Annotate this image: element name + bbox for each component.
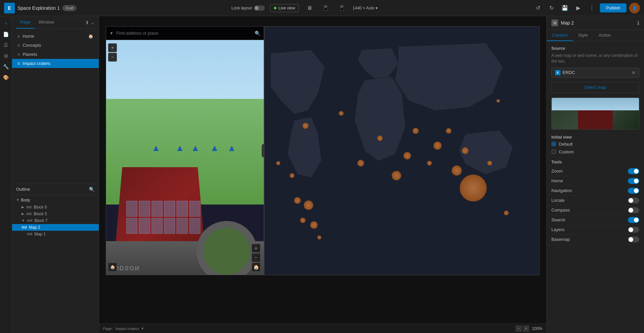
map-thumbnail[interactable] <box>551 98 639 130</box>
page-chevron-icon: ▾ <box>141 326 143 331</box>
page-item-impact-craters[interactable]: ≡ Impact craters <box>12 59 99 68</box>
map-controls-bottom-right: ＋ － 🏠 <box>252 244 260 271</box>
save-button[interactable]: 💾 <box>559 3 570 13</box>
sidebar-icon-add[interactable]: ＋ <box>1 19 11 28</box>
outline-search-icon[interactable]: 🔍 <box>89 187 95 192</box>
tool-toggle-locate[interactable] <box>628 197 639 204</box>
sidebar-icon-pages[interactable]: 📄 <box>1 30 11 39</box>
page-item-home[interactable]: ≡ Home 🏠 <box>12 32 99 41</box>
window-pane <box>139 201 150 217</box>
tab-window[interactable]: Window <box>34 16 58 29</box>
map-zoom-out-button[interactable]: － <box>108 53 117 62</box>
map-widget-icon: ⊞ <box>551 20 558 26</box>
map-home-button[interactable]: 🏠 <box>108 263 117 271</box>
select-map-button[interactable]: Select map <box>551 82 639 93</box>
page-items: ≡ Home 🏠 ≡ Concepts ≡ Planets ≡ Impact c… <box>12 29 99 184</box>
search-magnify-icon[interactable]: 🔍 <box>255 31 260 36</box>
live-view-label: Live view <box>279 6 295 10</box>
sidebar-icon-tools[interactable]: 🔧 <box>1 62 11 71</box>
map-home2-button[interactable]: 🏠 <box>252 263 260 271</box>
tool-toggle-basemap[interactable] <box>628 236 639 243</box>
bottom-bar: Page: Impact craters ▾ － ＋ 100% <box>99 324 546 333</box>
tab-style[interactable]: Style <box>573 30 593 41</box>
panel-chevron-icon[interactable]: ⌄ <box>91 20 95 25</box>
tool-toggle-home[interactable] <box>628 178 639 184</box>
outline-block5-label: Block 5 <box>34 212 47 216</box>
right-panel-info-icon[interactable]: ℹ <box>637 20 639 26</box>
map-zoom-plus-button[interactable]: ＋ <box>252 244 260 253</box>
canvas-area[interactable]: ▼ 🔍 <box>99 16 546 333</box>
map-left[interactable]: ▼ 🔍 <box>106 26 264 275</box>
sidebar-icon-data[interactable]: ⊞ <box>1 51 11 61</box>
topbar-center: Lock layout Live view 🖥 📱 📱 1440 × Auto … <box>79 3 530 13</box>
tool-row-locate: Locate <box>551 196 639 206</box>
publish-button[interactable]: Publish <box>600 3 626 12</box>
mobile-view-button[interactable]: 📱 <box>336 3 347 13</box>
map-zoom-in-button[interactable]: ＋ <box>108 43 117 52</box>
sidebar-icon-layers[interactable]: ☰ <box>1 40 11 50</box>
tool-row-layers: Layers <box>551 225 639 235</box>
window-pane <box>152 218 163 234</box>
outline-title: Outline <box>16 187 89 192</box>
page-label-planets: Planets <box>23 52 37 57</box>
initial-view-label: Initial view <box>551 135 639 140</box>
live-view-button[interactable]: Live view <box>270 4 299 12</box>
source-remove-button[interactable]: ✕ <box>632 70 636 75</box>
zoom-in-button[interactable]: ＋ <box>523 326 529 332</box>
map1-icon: ⊞⊞ <box>27 232 32 236</box>
tab-page[interactable]: Page <box>16 16 34 29</box>
viewport-chevron-icon: ▾ <box>376 6 378 10</box>
redo-button[interactable]: ↻ <box>546 3 557 13</box>
radio-custom-circle <box>551 149 556 154</box>
tab-content[interactable]: Content <box>547 30 573 41</box>
tools-label: Tools <box>551 160 639 164</box>
tool-row-home: Home <box>551 176 639 186</box>
resize-handle[interactable] <box>262 144 264 157</box>
crater-dot-22 <box>276 161 280 165</box>
outline-map2[interactable]: ⊞⊞ Map 2 <box>12 224 99 231</box>
more-options-button[interactable]: ⋮ <box>586 3 597 13</box>
tool-toggle-navigation[interactable] <box>628 188 639 194</box>
tool-toggle-layers[interactable] <box>628 227 639 233</box>
tool-name-navigation: Navigation <box>551 188 628 193</box>
page-item-planets[interactable]: ≡ Planets <box>12 50 99 59</box>
map-zoom-minus-button[interactable]: － <box>252 253 260 262</box>
tool-row-search: Search <box>551 215 639 225</box>
tab-action[interactable]: Action <box>593 30 616 41</box>
outline-section-body[interactable]: ▼ Body <box>12 196 99 204</box>
outline-block7-label: Block 7 <box>34 218 47 223</box>
outline-block5[interactable]: ▶ ⊞⊞ Block 5 <box>12 211 99 217</box>
radio-custom[interactable]: Custom <box>551 149 639 154</box>
tool-toggle-compass[interactable] <box>628 207 639 213</box>
tool-name-search: Search <box>551 217 628 222</box>
right-panel-header: ⊞ Map 2 ℹ <box>547 16 644 30</box>
tablet-view-button[interactable]: 📱 <box>320 3 331 13</box>
preview-button[interactable]: ▶ <box>573 3 584 13</box>
right-panel-body: Source A web map or web scene, or any co… <box>547 41 644 333</box>
scene-roundabout <box>196 221 257 275</box>
panel-export-icon[interactable]: ⬆ <box>85 20 89 25</box>
tool-toggle-zoom[interactable] <box>628 168 639 174</box>
desktop-view-button[interactable]: 🖥 <box>304 3 315 13</box>
lock-layout: Lock layout <box>231 5 265 11</box>
tool-toggle-search[interactable] <box>628 217 639 223</box>
map-search-input[interactable] <box>116 31 252 36</box>
avatar[interactable]: 👤 <box>629 3 640 13</box>
outline-block6[interactable]: ▶ ⊞⊞ Block 6 <box>12 204 99 211</box>
radio-custom-label: Custom <box>559 149 574 154</box>
zoom-out-button[interactable]: － <box>516 326 522 332</box>
map-right[interactable] <box>264 26 540 275</box>
sidebar-icon-theme[interactable]: 🎨 <box>1 73 11 82</box>
topbar: E Space Exploration 1 Draft Lock layout … <box>0 0 644 16</box>
lock-layout-toggle[interactable] <box>254 5 265 11</box>
undo-button[interactable]: ↺ <box>533 3 543 13</box>
tools-list: ZoomHomeNavigationLocateCompassSearchLay… <box>551 166 639 245</box>
source-desc: A web map or web scene, or any combinati… <box>551 53 639 64</box>
outline-map1[interactable]: ⊞⊞ Map 1 <box>12 231 99 237</box>
radio-default[interactable]: Default <box>551 142 639 147</box>
thumbnail-sky <box>552 98 639 110</box>
outline-block7[interactable]: ▼ ⊞⊞ Block 7 <box>12 217 99 224</box>
page-item-concepts[interactable]: ≡ Concepts <box>12 41 99 50</box>
outline-panel: Outline 🔍 ▼ Body ▶ ⊞⊞ Block 6 ▶ ⊞⊞ Block… <box>12 184 99 333</box>
scene-3d: HUDSON <box>106 40 264 275</box>
